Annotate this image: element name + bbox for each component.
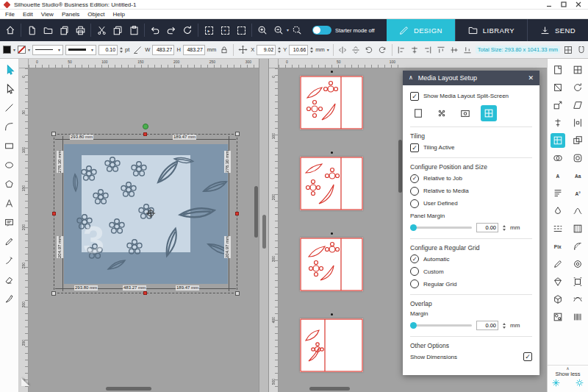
height-input[interactable] <box>183 45 205 55</box>
stroke-width-stepper[interactable] <box>120 47 123 53</box>
open-button[interactable] <box>40 22 56 38</box>
page-setup-panel-icon[interactable] <box>551 63 565 77</box>
move-anchor-icon[interactable] <box>237 44 248 55</box>
emboss-panel-icon[interactable] <box>570 257 585 271</box>
tiling-preview-canvas[interactable]: 050100 0100200300400500 <box>269 59 403 392</box>
horizontal-scrollbar[interactable] <box>309 387 350 391</box>
y-stepper[interactable] <box>310 47 313 53</box>
rotate-left-icon[interactable] <box>364 44 375 55</box>
page-curl-icon[interactable] <box>21 378 29 386</box>
trace-panel-icon[interactable] <box>570 239 585 254</box>
ruler-origin-box[interactable] <box>19 59 29 68</box>
rhinestone-panel-icon[interactable] <box>551 274 565 289</box>
line-style-panel-icon[interactable] <box>551 221 565 236</box>
line-tool[interactable] <box>2 101 16 115</box>
resize-handle-sw[interactable] <box>51 291 56 296</box>
y-position-input[interactable] <box>289 45 308 55</box>
media-mode-icon[interactable] <box>457 105 473 121</box>
splitter-handle[interactable] <box>262 215 266 249</box>
print-bleed-panel-icon[interactable] <box>570 274 585 289</box>
offset-panel-icon[interactable] <box>570 151 585 165</box>
panel-margin-stepper[interactable] <box>503 225 506 231</box>
flip-horizontal-icon[interactable] <box>337 44 348 55</box>
character-panel-icon[interactable]: Aa <box>570 168 585 183</box>
knife-tool[interactable] <box>2 292 16 306</box>
menu-item-panels[interactable]: Panels <box>62 11 79 18</box>
replicate-panel-icon[interactable] <box>570 133 585 148</box>
align-middle-icon[interactable] <box>449 44 460 55</box>
align-panel-icon[interactable] <box>551 115 565 130</box>
close-button[interactable] <box>576 1 581 7</box>
gradient-panel-icon[interactable] <box>570 221 585 236</box>
eraser-tool[interactable] <box>2 273 16 287</box>
note-tool[interactable] <box>2 215 16 229</box>
three-d-panel-icon[interactable] <box>551 292 565 307</box>
snowflake-icon[interactable] <box>552 379 560 388</box>
copy-button[interactable] <box>110 22 126 38</box>
polygon-tool[interactable] <box>2 177 16 191</box>
single-page-mode-icon[interactable] <box>410 105 426 121</box>
tiling-active-checkbox[interactable]: ✓ <box>410 143 419 152</box>
rotate-right-icon[interactable] <box>377 44 388 55</box>
home-button[interactable] <box>2 22 18 38</box>
panel-margin-slider[interactable] <box>410 227 472 229</box>
starter-mode-toggle[interactable] <box>312 26 331 35</box>
text-style-panel-icon[interactable]: A <box>551 168 565 183</box>
canvas-viewport[interactable]: 3 2 <box>29 68 259 392</box>
snap-magnet-icon[interactable] <box>576 44 587 55</box>
ruler-origin-box[interactable] <box>269 59 279 68</box>
overlap-margin-input[interactable] <box>476 321 498 330</box>
warp-panel-icon[interactable] <box>570 292 585 307</box>
grid-settings-panel-icon[interactable] <box>570 63 585 77</box>
cut-button[interactable] <box>93 22 110 38</box>
resize-handle-s[interactable] <box>143 291 147 295</box>
reset-view-button[interactable] <box>179 22 196 38</box>
resize-handle-w[interactable] <box>52 212 56 215</box>
tab-design[interactable]: DESIGN <box>387 19 455 41</box>
line-angle-icon[interactable] <box>132 44 143 55</box>
automatic-grid-radio[interactable]: ✓ <box>410 254 419 263</box>
menu-item-help[interactable]: Help <box>112 11 124 18</box>
line-style-dropdown[interactable]: ▾ <box>32 45 63 55</box>
resize-handle-se[interactable] <box>235 291 240 296</box>
custom-grid-radio[interactable] <box>410 267 419 276</box>
marquee-add-button[interactable]: + <box>217 22 233 38</box>
x-position-input[interactable] <box>257 45 276 55</box>
flip-vertical-icon[interactable] <box>351 44 362 55</box>
panel-margin-input[interactable] <box>476 223 498 232</box>
vertical-scrollbar[interactable] <box>254 186 258 238</box>
draw-pen-tool[interactable] <box>2 235 16 249</box>
maximize-button[interactable] <box>561 1 567 7</box>
print-button[interactable] <box>72 22 88 38</box>
minimize-button[interactable] <box>546 1 552 7</box>
resize-handle-e[interactable] <box>235 212 239 215</box>
rotate-handle[interactable] <box>143 124 148 129</box>
show-dimensions-checkbox[interactable]: ✓ <box>523 352 532 361</box>
x-stepper[interactable] <box>278 47 281 53</box>
vertical-scrollbar[interactable] <box>398 140 402 193</box>
resize-handle-ne[interactable] <box>235 132 240 136</box>
fill-color-panel-icon[interactable] <box>551 204 565 218</box>
user-defined-radio[interactable] <box>410 199 419 208</box>
collapse-panel-icon[interactable]: ∧ <box>409 76 413 80</box>
new-document-button[interactable] <box>24 22 40 38</box>
split-screen-checkbox[interactable]: ✓ <box>410 92 419 101</box>
zoom-in-button[interactable] <box>254 22 270 38</box>
horizontal-scrollbar[interactable] <box>106 387 151 391</box>
scale-panel-icon[interactable] <box>551 98 565 113</box>
width-input[interactable] <box>152 45 174 55</box>
barcode-panel-icon[interactable] <box>570 310 585 324</box>
distribute-panel-icon[interactable] <box>570 115 585 130</box>
relative-to-media-radio[interactable] <box>410 187 419 196</box>
menu-item-edit[interactable]: Edit <box>23 11 33 18</box>
regular-grid-radio[interactable] <box>410 279 419 288</box>
tiling-mode-icon[interactable] <box>481 105 497 121</box>
align-bottom-icon[interactable] <box>462 44 473 55</box>
zoom-out-button[interactable] <box>270 22 287 38</box>
menu-item-object[interactable]: Object <box>87 11 104 18</box>
overlap-margin-slider[interactable] <box>410 324 472 327</box>
show-less-button[interactable]: Show less <box>555 371 580 377</box>
save-button[interactable] <box>56 22 72 38</box>
ellipse-tool[interactable] <box>2 158 16 172</box>
shear-panel-icon[interactable] <box>570 98 585 113</box>
